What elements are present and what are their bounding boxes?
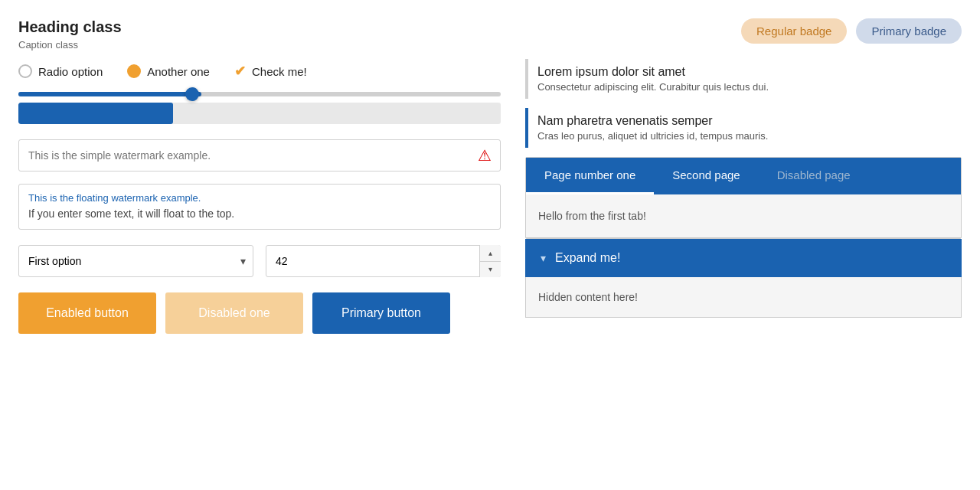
alert-body-1: Consectetur adipiscing elit. Curabitur q… [537, 81, 769, 93]
accordion-label: Expand me! [555, 251, 620, 265]
radio-circle-1 [18, 64, 32, 78]
slider-track[interactable] [18, 92, 501, 96]
floating-text: If you enter some text, it will float to… [28, 207, 234, 220]
regular-badge: Regular badge [741, 18, 847, 44]
simple-input-container: ⚠ [18, 139, 501, 172]
radio-label-2: Another one [147, 65, 210, 78]
inputs-row: First option Second option Third option … [18, 245, 501, 277]
primary-badge: Primary badge [856, 18, 962, 44]
options-row: Radio option Another one ✔ Check me! [18, 63, 501, 80]
radio-option-2[interactable]: Another one [127, 64, 210, 78]
number-down-button[interactable]: ▾ [480, 262, 501, 278]
select-field[interactable]: First option Second option Third option [18, 245, 253, 277]
alert-body-2: Cras leo purus, aliquet id ultricies id,… [537, 130, 768, 142]
tab-second-page[interactable]: Second page [654, 158, 758, 194]
alert-item-1: Lorem ipsum dolor sit amet Consectetur a… [525, 59, 962, 99]
number-up-button[interactable]: ▴ [480, 245, 501, 262]
number-input[interactable] [266, 245, 501, 277]
radio-label-1: Radio option [38, 65, 103, 78]
slider-thumb[interactable] [185, 87, 199, 101]
checkbox-option[interactable]: ✔ Check me! [234, 63, 307, 80]
slider-fill [18, 92, 201, 96]
right-panel: Regular badge Primary badge Lorem ipsum … [525, 18, 962, 472]
tab-content: Hello from the first tab! [526, 194, 961, 238]
badges-row: Regular badge Primary badge [525, 18, 962, 44]
heading: Heading class [18, 18, 501, 36]
slider-container [18, 92, 501, 96]
enabled-button[interactable]: Enabled button [18, 292, 156, 334]
tab-disabled-page: Disabled page [759, 158, 869, 194]
alert-content-1: Lorem ipsum dolor sit amet Consectetur a… [537, 65, 769, 93]
select-wrapper: First option Second option Third option … [18, 245, 253, 277]
checkbox-label: Check me! [252, 65, 307, 78]
progress-bar [18, 103, 501, 124]
left-panel: Heading class Caption class Radio option… [18, 18, 501, 472]
alert-content-2: Nam pharetra venenatis semper Cras leo p… [537, 114, 768, 142]
caption: Caption class [18, 39, 501, 51]
primary-button[interactable]: Primary button [312, 292, 450, 334]
floating-input-container[interactable]: This is the floating watermark example. … [18, 184, 501, 230]
check-icon: ✔ [234, 63, 246, 80]
accordion-container: ▾ Expand me! Hidden content here! [525, 239, 962, 318]
tabs-container: Page number one Second page Disabled pag… [525, 157, 962, 239]
number-arrows: ▴ ▾ [479, 245, 501, 277]
tabs-header: Page number one Second page Disabled pag… [526, 158, 961, 194]
buttons-row: Enabled button Disabled one Primary butt… [18, 292, 501, 334]
progress-bar-fill [18, 103, 173, 124]
accordion-header[interactable]: ▾ Expand me! [525, 239, 962, 277]
alert-title-1: Lorem ipsum dolor sit amet [537, 65, 769, 79]
tab-page-number-one[interactable]: Page number one [526, 158, 654, 194]
radio-circle-2 [127, 64, 141, 78]
accordion-arrow-icon: ▾ [541, 252, 546, 264]
alert-title-2: Nam pharetra venenatis semper [537, 114, 768, 128]
disabled-button: Disabled one [165, 292, 303, 334]
accordion-content: Hidden content here! [525, 277, 962, 318]
radio-option-1[interactable]: Radio option [18, 64, 103, 78]
alert-item-2: Nam pharetra venenatis semper Cras leo p… [525, 108, 962, 148]
error-icon: ⚠ [478, 146, 492, 165]
number-wrapper: ▴ ▾ [266, 245, 501, 277]
simple-input[interactable] [18, 139, 501, 172]
floating-label: This is the floating watermark example. [28, 192, 491, 204]
